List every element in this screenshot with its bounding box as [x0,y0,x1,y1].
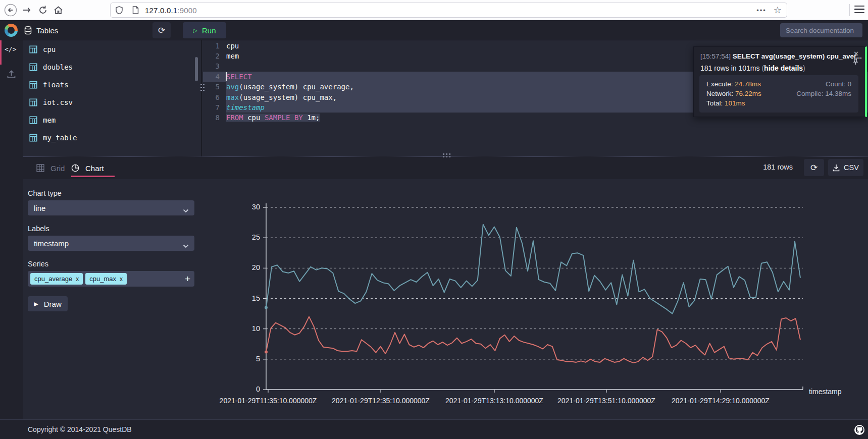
hide-details-link[interactable]: hide details [764,64,803,72]
footer: Copyright © 2014-2021 QuestDB [0,419,868,439]
query-timestamp: [15:57:54] [700,52,731,60]
pie-chart-icon [71,164,79,172]
page-actions-icon[interactable]: ••• [756,7,767,14]
chart-type-label: Chart type [28,189,62,197]
code-line-8: FROM cpu SAMPLE BY 1m; [226,113,320,123]
code-line-6: max(usage_system) cpu_max, [226,92,337,102]
table-name: doubles [43,63,73,71]
horizontal-splitter-handle[interactable] [442,153,451,157]
tab-grid[interactable]: Grid [36,157,65,179]
line-number: 1 [202,41,220,51]
line-number: 8 [202,113,220,123]
bookmark-star-icon[interactable]: ☆ [774,5,782,16]
labels-select[interactable]: timestamp [28,236,194,251]
forward-button[interactable] [20,4,33,17]
reload-button[interactable] [36,4,49,17]
y-tick-label: 20 [241,263,260,271]
table-item-floats[interactable]: floats [23,76,201,93]
refresh-results-button[interactable]: ⟳ [804,159,824,176]
line-number: 3 [202,61,220,71]
forward-arrow-icon [21,5,32,16]
url-bar[interactable]: 127.0.0.1:9000 ••• ☆ [110,3,787,18]
tables-panel: cpu doubles floats iot.csv mem my_table [23,40,202,156]
x-axis-title: timestamp [809,388,842,396]
github-icon[interactable] [854,424,865,437]
draw-button[interactable]: ▶ Draw [28,296,68,311]
x-tick-label: 2021-01-29T14:29:10.000000Z [660,397,781,405]
play-icon: ▷ [193,27,197,34]
table-item-cpu[interactable]: cpu [23,40,201,58]
active-indicator [0,40,2,65]
line-number: 7 [202,102,220,113]
table-icon [29,98,37,106]
url-text[interactable]: 127.0.0.1:9000 [145,6,197,15]
table-name: cpu [43,45,56,53]
table-icon [29,63,37,71]
table-item-mem[interactable]: mem [23,111,201,129]
series-tag-cpu_max[interactable]: cpu_maxx [85,273,127,285]
query-stats-right: Count: 0Compile: 14.38ms [796,79,851,98]
draw-label: Draw [44,300,62,308]
pin-icon[interactable] [853,58,858,67]
code-line-7: timestamp [226,102,265,113]
scrollbar-thumb[interactable] [195,57,198,81]
back-button[interactable] [4,4,17,17]
search-placeholder: Search documentation [786,27,854,34]
upload-icon[interactable] [7,70,16,81]
tables-panel-header: Tables [24,20,58,40]
left-rail: </> [0,40,23,419]
row-count: 181 rows [763,163,793,171]
y-tick-label: 0 [241,385,260,393]
x-tick-label: 2021-01-29T11:35:10.000000Z [208,397,329,405]
refresh-tables-button[interactable]: ⟳ [152,22,171,38]
add-series-button[interactable]: + [185,273,190,285]
query-stats: Execute: 24.78ms Network: 76.22ms Total:… [699,75,858,113]
console-icon[interactable]: </> [5,45,16,53]
results-tabbar: Grid Chart 181 rows ⟳ CSV [23,157,868,179]
chart-type-select[interactable]: line [28,200,194,215]
table-item-my_table[interactable]: my_table [23,129,201,146]
grid-icon [36,164,44,172]
database-icon [24,26,32,35]
series-tag-cpu_average[interactable]: cpu_averagex [30,273,83,285]
code-line-4: SELECT [226,72,252,82]
chart-type-value: line [34,204,45,212]
text-cursor [226,72,227,81]
query-text: SELECT avg(usage_system) cpu_aver... [731,52,862,60]
download-icon [833,164,840,172]
y-tick-label: 30 [241,203,260,211]
labels-value: timestamp [34,239,69,248]
csv-download-button[interactable]: CSV [828,159,863,176]
line-number: 5 [202,82,220,92]
search-documentation-input[interactable]: Search documentation [780,23,862,37]
divider [128,6,128,15]
refresh-icon: ⟳ [158,25,165,36]
divider [849,4,850,16]
chart-panel: Chart type line Labels timestamp Series … [23,179,868,419]
code-line-1: cpu [226,41,239,51]
close-icon[interactable]: ✕ [853,50,859,58]
query-summary: 181 rows in 101ms (hide details) [700,64,805,72]
table-item-iot.csv[interactable]: iot.csv [23,93,201,111]
line-chart [225,183,868,409]
browser-menu-button[interactable] [854,6,864,15]
shield-icon[interactable] [116,6,123,14]
y-tick-label: 25 [241,233,260,241]
page-icon[interactable] [132,6,139,14]
labels-label: Labels [28,225,49,233]
tab-grid-label: Grid [50,164,65,173]
remove-series-icon[interactable]: x [76,276,79,283]
remove-series-icon[interactable]: x [120,276,123,283]
play-icon: ▶ [34,301,38,307]
chevron-down-icon [183,206,189,214]
run-button[interactable]: ▷ Run [183,22,226,38]
series-input[interactable]: cpu_averagex cpu_maxx + [28,271,194,287]
vertical-splitter-handle[interactable] [200,83,205,91]
reload-icon [38,5,48,15]
line-number: 4 [202,72,220,82]
series-label: Series [28,260,48,268]
home-button[interactable] [52,4,65,17]
x-tick-label: 2021-01-29T12:35:10.000000Z [320,397,441,405]
table-item-doubles[interactable]: doubles [23,58,201,76]
x-tick-label: 2021-01-29T13:13:10.000000Z [434,397,555,405]
